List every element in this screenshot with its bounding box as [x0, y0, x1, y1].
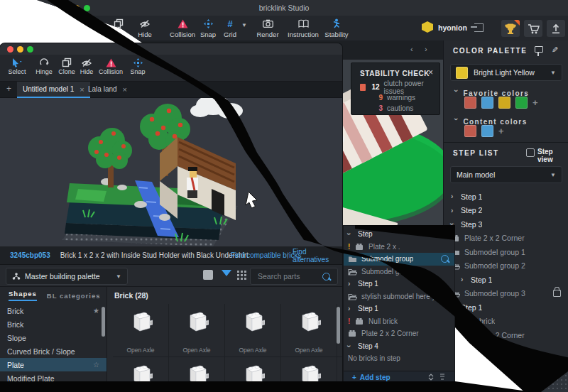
step-item[interactable]: ›Step 1: [451, 273, 568, 287]
step-item[interactable]: Step 1: [451, 300, 568, 315]
favorite-color-swatch[interactable]: [498, 97, 510, 109]
cart-button[interactable]: [524, 20, 542, 37]
palette-selector-dropdown[interactable]: Master building palette ▼: [6, 268, 128, 285]
toolbar-item-render[interactable]: Render: [252, 18, 283, 38]
folder-item[interactable]: Submodel group: [344, 253, 454, 266]
content-color-swatch[interactable]: [481, 125, 493, 137]
brick-item[interactable]: Plate 2 x 2 Corner: [451, 328, 568, 342]
add-color-button[interactable]: +: [532, 97, 538, 108]
favorite-color-swatch[interactable]: [481, 97, 493, 109]
grid-view-icon[interactable]: [237, 271, 246, 280]
folder-open-item[interactable]: Submodel group 2: [344, 266, 454, 278]
collapse-left-icon[interactable]: ‹: [410, 45, 413, 53]
toolbar-item-grid[interactable]: #Grid▼: [214, 18, 246, 38]
brick-item[interactable]: Null brick: [451, 315, 568, 329]
inner-toolbar-item-snap[interactable]: Snap: [126, 58, 149, 75]
tab-lala-land[interactable]: Lala land×: [82, 82, 133, 97]
chevron-icon[interactable]: ›: [348, 280, 355, 288]
tab-shapes[interactable]: Shapes: [9, 290, 37, 301]
color-swatch-button[interactable]: [203, 270, 213, 280]
category-plate[interactable]: Plate☆: [0, 358, 106, 371]
collapse-right-icon[interactable]: ›: [425, 45, 427, 53]
step-view-checkbox[interactable]: [526, 148, 535, 157]
part-cell[interactable]: Open Axle: [113, 304, 168, 356]
category-brick[interactable]: Brick: [0, 317, 106, 331]
step-item[interactable]: ›Step 1: [451, 190, 568, 204]
favorite-color-swatch[interactable]: [464, 97, 476, 109]
toolbar-item-hide[interactable]: Hide: [129, 18, 160, 38]
part-cell[interactable]: Open Axle: [225, 357, 280, 385]
inner-toolbar-item-hinge[interactable]: Hinge: [33, 58, 55, 75]
upload-button[interactable]: [547, 20, 565, 37]
part-id[interactable]: 3245cbp053: [10, 251, 50, 259]
step-item[interactable]: ›Step: [344, 228, 454, 241]
trophy-button[interactable]: [501, 20, 520, 37]
content-color-swatch[interactable]: [464, 125, 476, 137]
part-cell[interactable]: Open Axle: [281, 304, 337, 356]
minimize-window-button[interactable]: [17, 46, 23, 53]
favorite-color-swatch[interactable]: [515, 97, 528, 109]
filter-icon[interactable]: [222, 270, 231, 281]
step-item[interactable]: ›Step 1: [344, 278, 454, 290]
star-icon[interactable]: ☆: [93, 361, 99, 369]
part-cell[interactable]: Open Axle: [281, 357, 337, 385]
category-modified-plate[interactable]: Modified Plate: [0, 371, 106, 385]
chevron-icon[interactable]: ›: [348, 230, 355, 238]
category-slope[interactable]: Slope: [0, 331, 106, 344]
chevron-icon[interactable]: ›: [461, 276, 468, 283]
brick-part-icon: [297, 310, 321, 339]
chevron-icon[interactable]: ›: [348, 342, 355, 350]
model-selector-dropdown[interactable]: Main model ▼: [450, 166, 562, 183]
inner-toolbar-item-collision[interactable]: Collision: [97, 58, 125, 75]
folder-open-item[interactable]: Submodel group 3: [451, 287, 568, 301]
toolbar-item-stability[interactable]: Stability: [321, 18, 352, 38]
folder-open-item[interactable]: Submodel group 2: [451, 259, 568, 273]
brick-item[interactable]: Plate 2 x 2 Corner: [451, 232, 568, 246]
find-compatible-link[interactable]: Find compatible bricks: [231, 251, 301, 259]
step-item[interactable]: ›Step 4: [344, 340, 454, 353]
category-scrollbar[interactable]: [102, 307, 105, 337]
folder-item[interactable]: Submodel group 1: [451, 245, 568, 259]
chevron-icon[interactable]: ›: [348, 305, 355, 312]
brick-item[interactable]: !Plate 2 x .: [344, 241, 454, 254]
chevron-icon[interactable]: ›: [451, 192, 458, 200]
add-color-button[interactable]: +: [498, 126, 504, 136]
find-alternatives-link[interactable]: Find alternatives: [293, 248, 342, 263]
part-cell[interactable]: Open Axle: [337, 357, 342, 385]
step-item[interactable]: No bricks in step: [344, 352, 454, 365]
search-icon[interactable]: [441, 255, 449, 263]
toolbar-item-instruction[interactable]: Instruction: [288, 18, 319, 38]
maximize-window-button[interactable]: [27, 46, 33, 53]
part-cell[interactable]: Open Axle: [113, 357, 168, 385]
search-parts-input[interactable]: Search parts: [250, 268, 338, 285]
toolbar-item-hinge[interactable]: Hinge: [70, 18, 101, 38]
brick-item[interactable]: Plate 2 x 2 Corner: [344, 327, 454, 340]
tab-untitled-model-1[interactable]: Untitled model 1×: [17, 82, 90, 98]
category-brick[interactable]: Brick★: [0, 304, 106, 317]
step-item[interactable]: ›Step 1: [344, 303, 454, 315]
parts-scrollbar[interactable]: [337, 307, 340, 344]
chevron-icon[interactable]: ›: [451, 207, 458, 214]
eyedropper-icon[interactable]: ✎: [552, 45, 558, 55]
part-cell[interactable]: Open Axle: [225, 304, 280, 356]
star-icon[interactable]: ★: [93, 307, 99, 315]
part-cell[interactable]: Open Axle: [169, 304, 224, 356]
part-cell[interactable]: Open Axle: [169, 357, 224, 385]
inner-toolbar-item-hide[interactable]: Hide: [75, 58, 98, 75]
inner-toolbar-item-select[interactable]: Select: [6, 58, 28, 75]
tab-bl-categories[interactable]: BL categories: [47, 292, 101, 300]
paint-roller-icon[interactable]: [535, 46, 543, 53]
new-tab-button[interactable]: +: [6, 84, 11, 94]
brick-item[interactable]: !Null brick: [344, 315, 454, 328]
close-icon[interactable]: ×: [428, 67, 433, 77]
logout-icon[interactable]: [474, 23, 484, 32]
inner-3d-viewport[interactable]: [0, 98, 342, 246]
category-curved-brick-slope[interactable]: Curved Brick / Slope: [0, 344, 106, 358]
add-step-footer[interactable]: + Add step: [344, 371, 454, 383]
color-selector-dropdown[interactable]: Bright Light Yellow ▼: [450, 64, 562, 81]
step-item[interactable]: ›Step 2: [451, 204, 568, 218]
step-item[interactable]: ›Step 3: [451, 217, 568, 232]
folder-open-item[interactable]: stylish submodel here y...: [344, 290, 454, 303]
close-tab-icon[interactable]: ×: [123, 85, 127, 94]
close-window-button[interactable]: [7, 46, 13, 53]
